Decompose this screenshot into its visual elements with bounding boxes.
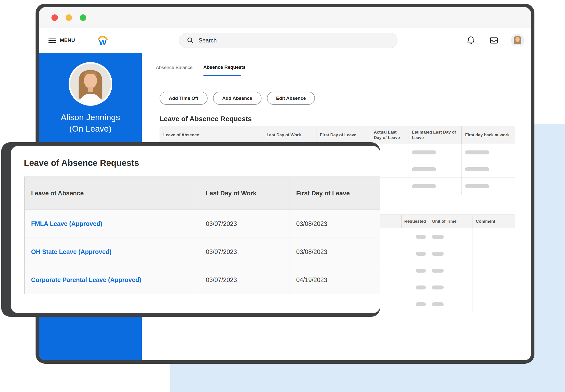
first-day-of-leave-cell: 04/19/2023 [290,266,380,294]
app-header: MENU W Search [39,28,531,53]
placeholder-bar [432,252,444,256]
menu-button[interactable]: MENU [48,28,75,53]
window-titlebar [39,7,531,28]
last-day-of-work-cell: 03/07/2023 [199,238,290,266]
workday-logo[interactable]: W [96,34,109,47]
section-title: Leave of Absence Requests [160,115,252,123]
minimize-window-button[interactable] [66,14,72,21]
tab-absence-balance[interactable]: Absence Balance [156,65,193,70]
column-header-first-day-of-leave: First Day of Leave [316,126,370,144]
add-absence-button[interactable]: Add Absence [213,92,261,105]
close-window-button[interactable] [51,14,58,21]
leave-request-link-parental[interactable]: Corporate Parental Leave (Approved) [31,276,141,284]
avatar-photo [511,34,524,47]
placeholder-bar [412,150,436,154]
column-header-last-day-of-work: Last Day of Work [199,177,290,210]
placeholder-bar [432,285,444,289]
profile-avatar-button[interactable] [511,34,524,47]
placeholder-bar [412,167,436,171]
column-header-requested: Requested [402,215,429,228]
search-icon [187,37,194,44]
table-row: FMLA Leave (Approved) 03/07/2023 03/08/2… [25,210,380,238]
placeholder-bar [432,302,444,306]
tab-absence-requests[interactable]: Absence Requests [203,65,246,70]
column-header-actual-last-day: Actual Last Day of Leave [370,126,408,144]
column-header-leave-of-absence: Leave of Absence [160,126,263,144]
placeholder-bar [465,167,489,171]
first-day-of-leave-cell: 03/08/2023 [290,210,380,238]
placeholder-bar [465,184,489,188]
column-header-first-day-back: First day back at work [462,126,515,144]
placeholder-bar [412,184,436,188]
profile-name: Alison Jennings (On Leave) [39,111,142,134]
popup-title: Leave of Absence Requests [24,158,139,168]
search-input[interactable]: Search [179,33,397,48]
placeholder-bar [416,269,426,273]
svg-text:W: W [99,38,107,47]
profile-name-line1: Alison Jennings [39,111,142,123]
column-header-first-day-of-leave: First Day of Leave [290,177,380,210]
hamburger-icon [48,38,56,43]
edit-absence-button[interactable]: Edit Absence [267,92,315,105]
placeholder-bar [416,302,426,306]
placeholder-bar [432,235,444,239]
inbox-tray-icon[interactable] [489,36,499,45]
workday-logo-icon: W [96,34,109,47]
placeholder-bar [416,285,426,289]
menu-label: MENU [60,37,75,43]
placeholder-bar [465,150,489,154]
column-header-comment: Comment [473,215,515,228]
first-day-of-leave-cell: 03/08/2023 [290,238,380,266]
column-header-last-day-of-work: Last Day of Work [263,126,316,144]
search-placeholder: Search [199,37,217,44]
last-day-of-work-cell: 03/07/2023 [199,210,290,238]
leave-requests-popup: Leave of Absence Requests Leave of Absen… [11,146,380,313]
leave-request-link-fmla[interactable]: FMLA Leave (Approved) [31,220,102,227]
action-buttons-row: Add Time Off Add Absence Edit Absence [160,92,315,105]
maximize-window-button[interactable] [80,14,86,21]
add-time-off-button[interactable]: Add Time Off [160,92,208,105]
column-header-unit-of-time: Unit of Time [429,215,473,228]
popup-table: Leave of Absence Last Day of Work First … [24,177,380,294]
notifications-bell-icon[interactable] [466,36,476,45]
placeholder-bar [416,235,426,239]
table-header-row: Leave of Absence Last Day of Work First … [160,126,515,144]
last-day-of-work-cell: 03/07/2023 [199,266,290,294]
leave-request-link-oh-state[interactable]: OH State Leave (Approved) [31,248,112,255]
tabs-divider [149,76,525,76]
profile-name-line2: (On Leave) [39,123,142,134]
table-row: OH State Leave (Approved) 03/07/2023 03/… [25,238,380,266]
column-header-leave-of-absence: Leave of Absence [25,177,199,210]
table-row: Corporate Parental Leave (Approved) 03/0… [25,266,380,294]
placeholder-bar [416,252,426,256]
profile-photo [69,62,112,106]
column-header-estimated-last-day: Estimated Last Day of Leave [408,126,462,144]
placeholder-bar [432,269,444,273]
table-header-row: Leave of Absence Last Day of Work First … [25,177,380,210]
